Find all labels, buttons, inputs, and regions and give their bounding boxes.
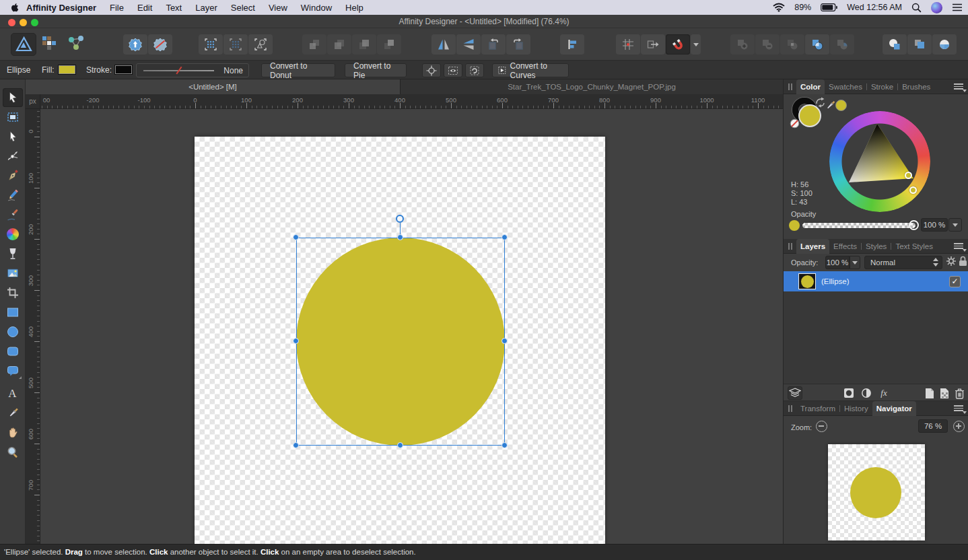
rotate-counterclockwise-button[interactable] [481,34,506,55]
cycle-selection-box-button[interactable] [465,63,484,77]
layers-stack-icon[interactable] [788,386,802,400]
move-by-whole-pixels-button[interactable] [641,34,665,55]
layers-empty-area[interactable] [784,291,968,384]
blend-mode-select[interactable]: Normal [864,256,942,269]
rotate-clockwise-button[interactable] [506,34,530,55]
menu-file[interactable]: File [110,3,124,13]
menu-layer[interactable]: Layer [195,3,217,13]
add-pixel-layer-icon[interactable] [937,386,952,400]
lock-icon[interactable] [958,255,968,267]
picked-color-swatch[interactable] [835,100,847,111]
boolean-subtract-button[interactable] [755,34,780,55]
boolean-divide-button[interactable] [805,34,829,55]
tab-brushes[interactable]: Brushes [898,79,934,94]
panel-menu-icon[interactable] [954,405,963,413]
rectangle-tool[interactable] [3,303,23,322]
notification-list-icon[interactable] [952,3,963,11]
toggle-snapping-button[interactable] [666,34,690,55]
selection-handle-top-right[interactable] [502,234,508,240]
opacity-slider-knob[interactable] [909,220,919,230]
horizontal-ruler[interactable]: 00 -200 -100 0 100 200 300 400 500 600 7… [40,94,783,109]
opacity-value-box[interactable]: 100 % [921,218,948,232]
menu-edit[interactable]: Edit [137,3,152,13]
view-tool[interactable] [3,423,23,442]
adjustment-layer-icon[interactable] [859,386,874,400]
zoom-in-button[interactable] [953,421,965,432]
panel-grip-icon[interactable] [788,243,792,250]
tab-layers[interactable]: Layers [796,239,829,254]
move-back-one-button[interactable] [327,34,351,55]
canvas-viewport[interactable] [40,109,783,544]
menu-clock[interactable]: Wed 12:56 AM [847,3,902,12]
opacity-slider[interactable] [802,222,916,229]
node-tool[interactable] [3,127,23,146]
place-image-tool[interactable] [3,264,23,283]
ruler-unit[interactable]: px [26,94,40,109]
layers-opacity-value[interactable]: 100 % [825,256,850,269]
layer-row[interactable]: (Ellipse) ✓ [784,271,968,291]
wifi-icon[interactable] [773,3,785,12]
siri-icon[interactable] [931,2,942,13]
boolean-add-button[interactable] [730,34,755,55]
vector-brush-tool[interactable] [3,205,23,224]
apple-icon[interactable] [9,2,20,13]
tab-navigator[interactable]: Navigator [872,401,916,416]
mask-layer-icon[interactable] [841,386,856,400]
stroke-color-swatch[interactable] [114,65,133,75]
no-scale-button[interactable] [148,34,172,55]
tab-stroke[interactable]: Stroke [867,79,897,94]
layer-thumbnail[interactable] [798,273,816,289]
zoom-out-button[interactable] [816,421,827,432]
document-tab-active[interactable]: <Untitled> [M] [26,79,401,94]
delete-layer-icon[interactable] [952,386,967,400]
pixel-persona-button[interactable] [40,34,58,52]
blend-mode-stepper[interactable] [933,258,938,267]
triangle-marker[interactable] [905,172,912,179]
menu-select[interactable]: Select [231,3,255,13]
transform-origin-button[interactable] [422,63,441,77]
layer-name[interactable]: (Ellipse) [821,277,850,285]
document-tab-inactive[interactable]: Star_Trek_TOS_Logo_Chunky_Magnet_POP.jpg [401,79,783,94]
opacity-dropdown-button[interactable] [948,218,962,232]
alignment-button[interactable] [560,34,584,55]
pencil-tool[interactable] [3,186,23,205]
spotlight-icon[interactable] [911,3,922,13]
convert-to-pie-button[interactable]: Convert to Pie [345,63,407,77]
gear-icon[interactable] [945,255,957,267]
insert-behind-button[interactable] [883,34,907,55]
selection-handle-top-left[interactable] [293,234,299,240]
color-wheel[interactable] [829,111,930,212]
fill-gradient-tool[interactable] [3,225,23,244]
add-vector-layer-icon[interactable] [922,386,937,400]
fill-color-well[interactable] [800,106,820,126]
artboard-tool[interactable] [3,108,23,127]
panel-grip-icon[interactable] [788,83,792,90]
tab-history[interactable]: History [840,401,872,416]
menu-view[interactable]: View [269,3,287,13]
menu-help[interactable]: Help [345,3,364,13]
panel-grip-icon[interactable] [788,405,792,412]
vector-crop-tool[interactable] [3,283,23,302]
insert-inside-button[interactable] [932,34,957,55]
select-object-button[interactable] [248,34,273,55]
menu-text[interactable]: Text [166,3,182,13]
select-partial-pixels-button[interactable] [223,34,248,55]
flip-horizontal-button[interactable] [431,34,456,55]
selection-handle-bottom-right[interactable] [502,442,508,448]
color-picker-tool[interactable] [3,404,23,423]
selection-handle-top-center[interactable] [397,234,403,240]
tab-transform[interactable]: Transform [796,401,839,416]
move-to-front-button[interactable] [377,34,401,55]
zoom-tool[interactable] [3,443,23,462]
color-picker-icon[interactable] [823,99,837,112]
layer-visibility-checkbox[interactable]: ✓ [949,276,961,287]
menu-window[interactable]: Window [301,3,332,13]
tab-color[interactable]: Color [796,79,825,94]
export-persona-button[interactable] [66,34,86,52]
move-forward-one-button[interactable] [352,34,376,55]
flip-vertical-button[interactable] [456,34,481,55]
insert-on-top-button[interactable] [907,34,932,55]
move-tool[interactable] [3,88,23,107]
transparency-tool[interactable] [3,244,23,263]
tab-effects[interactable]: Effects [829,239,861,254]
